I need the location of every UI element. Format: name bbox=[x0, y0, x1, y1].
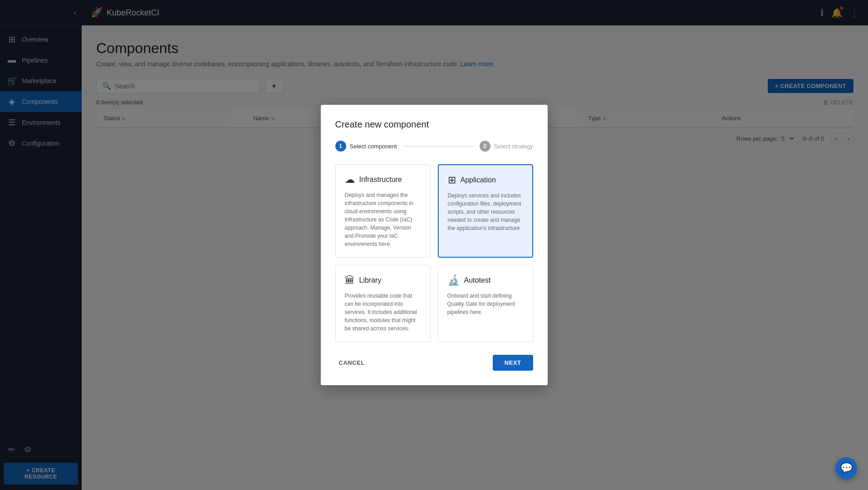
step-2: 2 Select strategy bbox=[480, 141, 533, 152]
dialog-title: Create new component bbox=[335, 119, 533, 130]
step-1-label: Select component bbox=[350, 143, 397, 150]
chat-icon: 💬 bbox=[840, 462, 853, 474]
option-auto-header: 🔬 Autotest bbox=[447, 274, 524, 286]
option-infra-header: ☁ Infrastructure bbox=[345, 174, 421, 186]
option-lib-header: 🏛 Library bbox=[345, 274, 421, 286]
create-component-dialog: Create new component 1 Select component … bbox=[321, 105, 548, 385]
option-app-header: ⊞ Application bbox=[448, 174, 523, 186]
option-application[interactable]: ⊞ Application Deploys services and inclu… bbox=[438, 164, 533, 258]
autotest-icon: 🔬 bbox=[447, 274, 460, 286]
step-1-circle: 1 bbox=[335, 141, 346, 152]
options-grid: ☁ Infrastructure Deploys and manages the… bbox=[335, 164, 533, 342]
step-2-label: Select strategy bbox=[494, 143, 533, 150]
option-infrastructure[interactable]: ☁ Infrastructure Deploys and manages the… bbox=[335, 164, 431, 258]
option-library[interactable]: 🏛 Library Provides reusable code that ca… bbox=[335, 265, 431, 342]
stepper: 1 Select component 2 Select strategy bbox=[335, 141, 533, 152]
option-lib-title: Library bbox=[359, 276, 382, 284]
option-lib-desc: Provides reusable code that can be incor… bbox=[345, 292, 421, 333]
modal-overlay: Create new component 1 Select component … bbox=[0, 0, 868, 490]
option-infra-desc: Deploys and manages the infrastructure c… bbox=[345, 191, 421, 248]
dialog-actions: CANCEL NEXT bbox=[335, 355, 533, 371]
application-icon: ⊞ bbox=[448, 174, 456, 186]
step-2-circle: 2 bbox=[480, 141, 490, 152]
option-app-desc: Deploys services and includes configurat… bbox=[448, 191, 523, 232]
option-autotest[interactable]: 🔬 Autotest Onboard and start defining Qu… bbox=[438, 265, 533, 342]
chat-bubble-button[interactable]: 💬 bbox=[835, 457, 857, 479]
option-app-title: Application bbox=[461, 176, 496, 184]
option-auto-desc: Onboard and start defining Quality Gate … bbox=[447, 292, 524, 316]
next-button[interactable]: NEXT bbox=[493, 355, 533, 371]
option-auto-title: Autotest bbox=[464, 276, 491, 284]
cancel-button[interactable]: CANCEL bbox=[335, 356, 368, 370]
library-icon: 🏛 bbox=[345, 274, 355, 286]
step-line bbox=[402, 146, 474, 147]
infrastructure-icon: ☁ bbox=[345, 174, 355, 186]
option-infra-title: Infrastructure bbox=[359, 176, 402, 184]
step-1: 1 Select component bbox=[335, 141, 397, 152]
